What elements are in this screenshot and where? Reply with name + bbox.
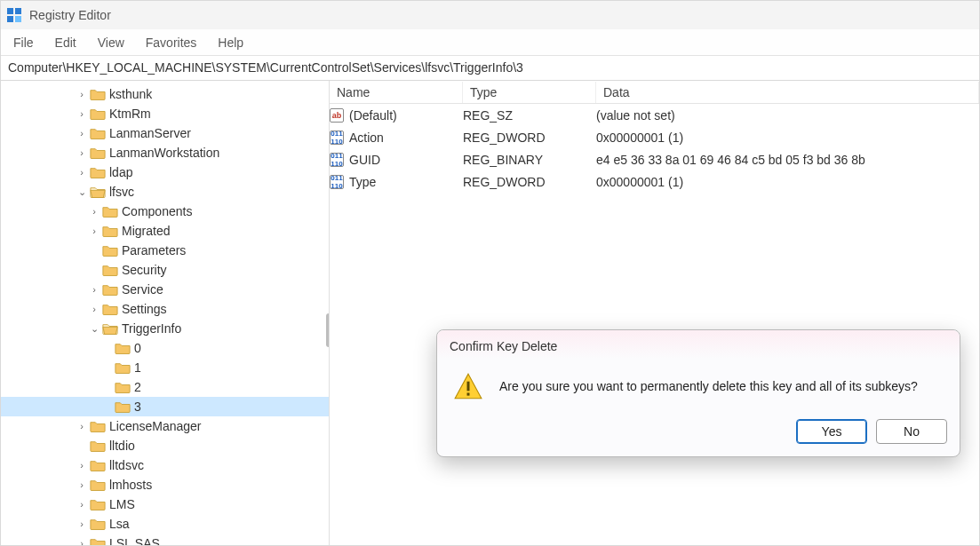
tree-item-trigger-2[interactable]: 2: [1, 377, 329, 397]
value-row[interactable]: ab(Default) REG_SZ (value not set): [330, 104, 979, 126]
menu-edit[interactable]: Edit: [46, 32, 85, 53]
app-icon: [6, 7, 22, 23]
folder-icon: [90, 479, 106, 491]
chevron-right-icon[interactable]: ›: [76, 108, 88, 119]
chevron-right-icon[interactable]: ›: [76, 421, 88, 431]
chevron-down-icon[interactable]: ⌄: [88, 323, 100, 335]
folder-icon: [90, 498, 106, 510]
chevron-right-icon[interactable]: ›: [76, 128, 88, 138]
chevron-right-icon[interactable]: ›: [88, 226, 100, 236]
tree-item-label: LanmanWorkstation: [109, 146, 219, 160]
yes-button[interactable]: Yes: [796, 419, 867, 444]
tree-item-ldap[interactable]: › ldap: [1, 162, 329, 182]
tree-item-label: LMS: [109, 497, 135, 511]
folder-icon: [90, 518, 106, 530]
folder-icon: [90, 127, 106, 139]
tree-item-lsi-sas[interactable]: › LSI_SAS: [1, 534, 329, 545]
splitter-handle[interactable]: [326, 313, 330, 347]
tree-item-label: lltdio: [109, 439, 135, 453]
binary-value-icon: 011110: [330, 175, 344, 189]
tree-item-migrated[interactable]: › Migrated: [1, 221, 329, 241]
tree-item-parameters[interactable]: Parameters: [1, 241, 329, 260]
chevron-right-icon[interactable]: ›: [76, 167, 88, 178]
column-data[interactable]: Data: [596, 82, 979, 103]
tree-item-lfsvc[interactable]: ⌄ lfsvc: [1, 182, 329, 202]
chevron-right-icon[interactable]: ›: [88, 284, 100, 295]
chevron-right-icon[interactable]: ›: [76, 89, 88, 99]
dialog-buttons: Yes No: [437, 410, 960, 456]
folder-icon: [102, 283, 118, 296]
folder-icon: [102, 225, 118, 237]
chevron-right-icon[interactable]: ›: [76, 460, 88, 471]
tree-item-lltdsvc[interactable]: › lltdsvc: [1, 455, 329, 475]
tree-item-lsa[interactable]: › Lsa: [1, 514, 329, 534]
address-input[interactable]: [6, 59, 974, 75]
chevron-down-icon[interactable]: ⌄: [76, 186, 88, 198]
folder-icon: [115, 342, 131, 354]
tree-item-label: 2: [134, 380, 141, 394]
column-name[interactable]: Name: [330, 82, 463, 103]
title-bar: Registry Editor: [1, 1, 979, 29]
tree-item-label: LSI_SAS: [109, 536, 160, 545]
tree-item-label: Components: [122, 204, 192, 218]
folder-icon: [90, 420, 106, 432]
tree-item-lmhosts[interactable]: › lmhosts: [1, 475, 329, 495]
app-title: Registry Editor: [29, 8, 111, 22]
tree-item-label: Security: [122, 263, 167, 277]
folder-icon: [90, 107, 106, 120]
column-headers: Name Type Data: [330, 81, 979, 104]
tree-item-security[interactable]: Security: [1, 260, 329, 280]
chevron-right-icon[interactable]: ›: [76, 147, 88, 158]
tree-item-lltdio[interactable]: lltdio: [1, 436, 329, 455]
column-type[interactable]: Type: [463, 82, 596, 103]
chevron-right-icon[interactable]: ›: [88, 206, 100, 217]
tree-item-ksthunk[interactable]: › ksthunk: [1, 84, 329, 104]
string-value-icon: ab: [330, 108, 344, 123]
tree-item-lanmanworkstation[interactable]: › LanmanWorkstation: [1, 143, 329, 162]
no-button[interactable]: No: [876, 419, 947, 444]
warning-icon: [453, 371, 483, 401]
folder-icon: [90, 439, 106, 452]
tree-item-components[interactable]: › Components: [1, 202, 329, 221]
menu-file[interactable]: File: [4, 32, 43, 53]
tree-item-trigger-0[interactable]: 0: [1, 338, 329, 358]
chevron-right-icon[interactable]: ›: [76, 518, 88, 529]
chevron-right-icon[interactable]: ›: [76, 479, 88, 490]
tree-item-settings[interactable]: › Settings: [1, 299, 329, 319]
menu-favorites[interactable]: Favorites: [137, 32, 206, 53]
value-row[interactable]: 011110Type REG_DWORD 0x00000001 (1): [330, 170, 979, 193]
value-data: 0x00000001 (1): [596, 175, 979, 189]
tree-item-label: TriggerInfo: [122, 321, 181, 336]
tree-item-triggerinfo[interactable]: ⌄ TriggerInfo: [1, 319, 329, 338]
value-row[interactable]: 011110Action REG_DWORD 0x00000001 (1): [330, 126, 979, 148]
confirm-delete-dialog: Confirm Key Delete Are you sure you want…: [436, 329, 960, 457]
folder-icon: [102, 244, 118, 257]
value-name: (Default): [349, 108, 397, 123]
chevron-right-icon[interactable]: ›: [76, 499, 88, 510]
dialog-message: Are you sure you want to permanently del…: [499, 379, 918, 393]
tree-item-trigger-3[interactable]: 3: [1, 397, 329, 416]
tree-item-label: KtmRm: [109, 107, 151, 121]
tree-item-ktmrm[interactable]: › KtmRm: [1, 104, 329, 123]
tree-item-label: 3: [134, 400, 141, 414]
value-row[interactable]: 011110GUID REG_BINARY e4 e5 36 33 8a 01 …: [330, 148, 979, 170]
tree-item-lms[interactable]: › LMS: [1, 495, 329, 514]
chevron-right-icon[interactable]: ›: [88, 304, 100, 314]
tree-item-label: Parameters: [122, 243, 186, 257]
tree-item-service[interactable]: › Service: [1, 280, 329, 299]
tree-pane[interactable]: › ksthunk › KtmRm › LanmanServer › Lanm: [1, 81, 330, 545]
folder-open-icon: [102, 322, 118, 335]
folder-icon: [115, 361, 131, 374]
tree-item-label: lmhosts: [109, 478, 152, 492]
tree-item-trigger-1[interactable]: 1: [1, 358, 329, 377]
menu-view[interactable]: View: [89, 32, 133, 53]
value-rows: ab(Default) REG_SZ (value not set) 01111…: [330, 104, 979, 193]
tree-item-lanmanserver[interactable]: › LanmanServer: [1, 123, 329, 143]
tree-item-licensemanager[interactable]: › LicenseManager: [1, 416, 329, 436]
value-data: 0x00000001 (1): [596, 131, 979, 145]
value-type: REG_SZ: [463, 108, 596, 123]
folder-icon: [90, 459, 106, 471]
menu-help[interactable]: Help: [209, 32, 252, 53]
tree-item-label: LicenseManager: [109, 419, 202, 433]
chevron-right-icon[interactable]: ›: [76, 538, 88, 545]
